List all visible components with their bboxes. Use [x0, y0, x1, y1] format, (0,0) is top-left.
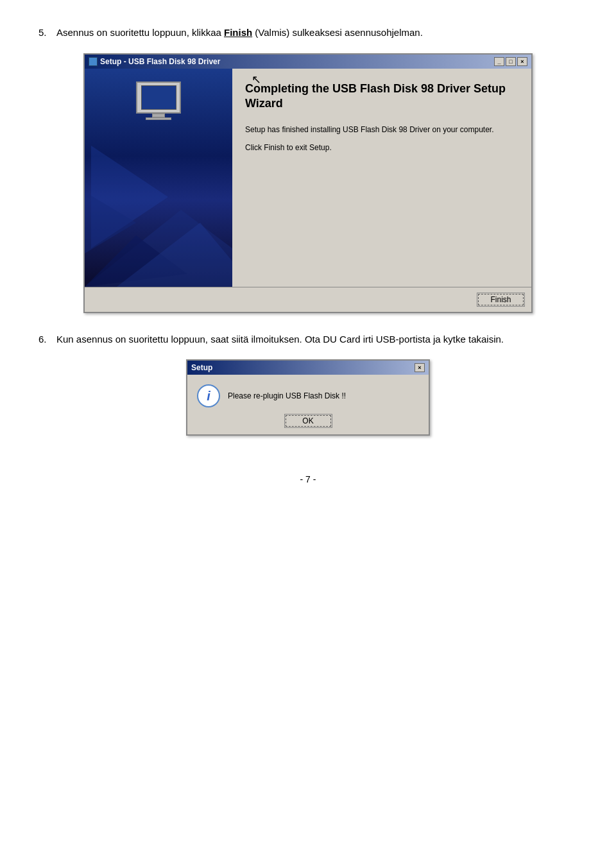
page-footer: - 7 -	[38, 474, 578, 484]
dialog-body-text2: Click Finish to exit Setup.	[245, 142, 518, 153]
section-5: 5. Asennus on suoritettu loppuun, klikka…	[38, 26, 578, 313]
small-dialog-close-button[interactable]: ×	[415, 363, 425, 372]
dialog-footer: Finish	[85, 287, 531, 312]
section-5-number: 5.	[38, 26, 51, 40]
minimize-button[interactable]: _	[494, 57, 504, 66]
titlebar-buttons[interactable]: _ □ ×	[494, 57, 527, 66]
dialog-sidebar	[85, 69, 232, 287]
small-dialog-title: Setup	[191, 363, 212, 372]
info-icon: i	[197, 384, 220, 407]
titlebar-title: Setup - USB Flash Disk 98 Driver	[100, 57, 220, 66]
computer-base	[146, 117, 171, 120]
small-dialog-message: Please re-plugin USB Flash Disk !!	[228, 391, 346, 400]
computer-screen	[141, 85, 176, 110]
dialog-main: Completing the USB Flash Disk 98 Driver …	[232, 69, 531, 287]
section-6: 6. Kun asennus on suoritettu loppuun, sa…	[38, 332, 578, 436]
section-6-header: 6. Kun asennus on suoritettu loppuun, sa…	[38, 332, 578, 347]
setup-small-dialog: Setup × i Please re-plugin USB Flash Dis…	[186, 359, 430, 436]
titlebar-left: Setup - USB Flash Disk 98 Driver	[89, 57, 220, 66]
small-dialog-titlebar: Setup ×	[187, 361, 429, 375]
computer-body	[136, 81, 181, 114]
small-dialog-content: i Please re-plugin USB Flash Disk !!	[187, 375, 429, 414]
close-button[interactable]: ×	[517, 57, 527, 66]
setup-titlebar: Setup - USB Flash Disk 98 Driver _ □ ×	[85, 55, 531, 69]
dialog-body-text1: Setup has finished installing USB Flash …	[245, 124, 518, 135]
maximize-button[interactable]: □	[506, 57, 516, 66]
ok-button[interactable]: OK	[284, 414, 332, 428]
section-5-header: 5. Asennus on suoritettu loppuun, klikka…	[38, 26, 578, 40]
small-dialog-message-row: i Please re-plugin USB Flash Disk !!	[197, 384, 419, 407]
titlebar-icon	[89, 57, 98, 66]
sidebar-graphic	[85, 69, 232, 287]
dialog-title: Completing the USB Flash Disk 98 Driver …	[245, 81, 518, 112]
section-6-text: Kun asennus on suoritettu loppuun, saat …	[56, 332, 578, 347]
computer-graphic	[133, 81, 184, 126]
sidebar-svg	[85, 158, 232, 287]
small-dialog-footer: OK	[187, 414, 429, 434]
page-number: - 7 -	[300, 474, 316, 484]
setup-wizard-dialog: Setup - USB Flash Disk 98 Driver _ □ × ↖	[83, 53, 533, 313]
section-6-number: 6.	[38, 332, 51, 347]
finish-button[interactable]: Finish	[477, 293, 525, 307]
dialog-content: Completing the USB Flash Disk 98 Driver …	[85, 69, 531, 287]
section-5-text: Asennus on suoritettu loppuun, klikkaa F…	[56, 26, 578, 40]
finish-keyword: Finish	[224, 27, 252, 38]
